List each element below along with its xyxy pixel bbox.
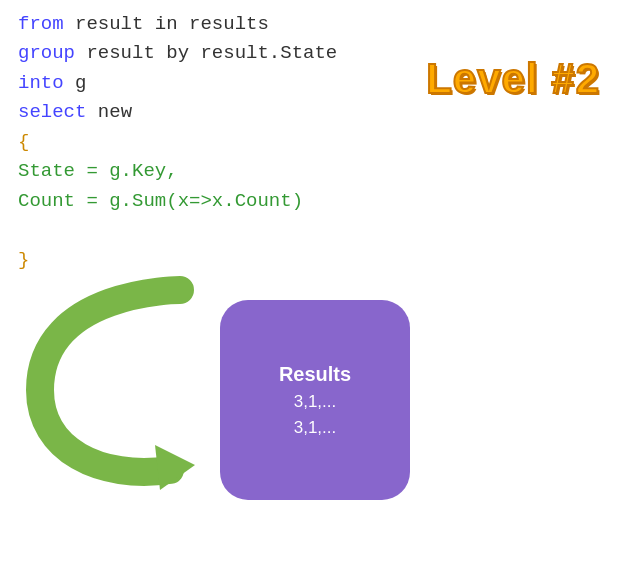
keyword-select: select: [18, 101, 86, 123]
results-row-1: 3,1,...: [294, 392, 337, 412]
keyword-group: group: [18, 42, 75, 64]
arrow-icon: [20, 270, 240, 490]
code-count-line: Count = g.Sum(x=>x.Count): [18, 190, 303, 212]
keyword-into: into: [18, 72, 64, 94]
code-line-6: State = g.Key,: [18, 157, 337, 186]
code-text-3: g: [64, 72, 87, 94]
level-badge: Level #2: [426, 55, 600, 103]
code-text-2: result by result.State: [75, 42, 337, 64]
code-state-line: State = g.Key,: [18, 160, 178, 182]
results-row-2: 3,1,...: [294, 418, 337, 438]
code-block: from result in results group result by r…: [18, 10, 337, 275]
code-line-2: group result by result.State: [18, 39, 337, 68]
code-line-8: [18, 216, 337, 245]
code-text-4: new: [86, 101, 132, 123]
code-line-1: from result in results: [18, 10, 337, 39]
code-line-7: Count = g.Sum(x=>x.Count): [18, 187, 337, 216]
open-brace: {: [18, 131, 29, 153]
keyword-from: from: [18, 13, 64, 35]
results-title: Results: [279, 363, 351, 386]
arrow-container: [20, 270, 240, 490]
code-line-3: into g: [18, 69, 337, 98]
results-box: Results 3,1,... 3,1,...: [220, 300, 410, 500]
code-text-1: result in results: [64, 13, 269, 35]
code-line-4: select new: [18, 98, 337, 127]
svg-marker-0: [155, 445, 195, 490]
code-line-5: {: [18, 128, 337, 157]
close-brace: }: [18, 249, 29, 271]
